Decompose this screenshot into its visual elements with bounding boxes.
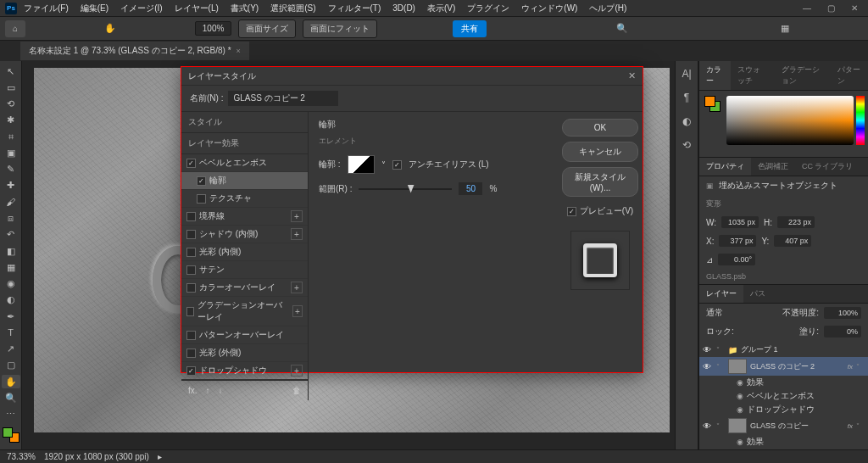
style-checkbox[interactable] [186, 248, 196, 257]
layer-item[interactable]: 👁˅GLASS のコピーfx˅ [699, 416, 868, 435]
y-value[interactable]: 407 px [774, 235, 811, 247]
history-brush-tool[interactable]: ↶ [2, 228, 20, 242]
dialog-titlebar[interactable]: レイヤースタイル ✕ [181, 67, 643, 86]
frame-tool[interactable]: ▣ [2, 146, 20, 159]
add-instance-icon[interactable]: + [292, 305, 303, 317]
eraser-tool[interactable]: ◧ [2, 244, 20, 258]
blend-mode[interactable]: 通常 [706, 307, 723, 319]
antialias-checkbox[interactable] [392, 160, 402, 170]
blur-tool[interactable]: ◉ [2, 276, 20, 290]
style-item-6[interactable]: サテン [181, 261, 308, 279]
swatches-tab[interactable]: スウォッチ [731, 61, 775, 90]
h-value[interactable]: 223 px [777, 216, 815, 228]
libraries-tab[interactable]: CC ライブラリ [795, 158, 860, 176]
wand-tool[interactable]: ✱ [2, 114, 20, 127]
window-close[interactable]: ✕ [846, 3, 863, 14]
style-item-3[interactable]: 境界線+ [181, 208, 308, 226]
search-icon[interactable]: 🔍 [613, 21, 632, 36]
hand-tool-icon[interactable]: ✋ [101, 21, 120, 36]
style-item-5[interactable]: 光彩 (内側) [181, 243, 308, 261]
style-checkbox[interactable] [186, 331, 196, 340]
tab-close-icon[interactable]: × [236, 47, 241, 55]
dodge-tool[interactable]: ◐ [2, 293, 20, 307]
color-tab[interactable]: カラー [699, 61, 731, 90]
adjustments-tab[interactable]: 色調補正 [751, 158, 795, 176]
color-panel[interactable] [699, 91, 868, 157]
style-item-7[interactable]: カラーオーバーレイ+ [181, 279, 308, 297]
style-item-4[interactable]: シャドウ (内側)+ [181, 226, 308, 243]
workspace-icon[interactable]: ▦ [776, 21, 794, 36]
add-instance-icon[interactable]: + [291, 228, 303, 240]
blending-options[interactable]: レイヤー効果 [181, 133, 308, 154]
style-checkbox[interactable] [186, 283, 196, 293]
edit-toolbar[interactable]: ⋯ [2, 408, 20, 421]
crop-tool[interactable]: ⌗ [2, 130, 20, 143]
style-item-1[interactable]: 輪郭 [181, 172, 308, 190]
style-item-8[interactable]: グラデーションオーバーレイ+ [181, 297, 308, 326]
color-field[interactable] [726, 96, 854, 145]
styles-header[interactable]: スタイル [181, 112, 308, 133]
w-value[interactable]: 1035 px [721, 216, 759, 228]
brush-tool[interactable]: 🖌 [2, 195, 20, 209]
gradient-tool[interactable]: ▦ [2, 260, 20, 274]
home-button[interactable]: ⌂ [5, 20, 25, 37]
name-input[interactable]: GLASS のコピー 2 [228, 91, 338, 106]
paragraph-panel-icon[interactable]: ¶ [679, 90, 694, 105]
style-item-0[interactable]: ベベルとエンボス [181, 154, 308, 172]
properties-tab[interactable]: プロパティ [699, 158, 751, 176]
fx-down-icon[interactable]: ↓ [219, 386, 223, 395]
menu-type[interactable]: 書式(Y) [225, 1, 264, 16]
menu-edit[interactable]: 編集(E) [75, 1, 114, 16]
add-instance-icon[interactable]: + [291, 365, 303, 377]
menu-image[interactable]: イメージ(I) [115, 1, 167, 16]
add-instance-icon[interactable]: + [291, 210, 303, 222]
move-tool[interactable]: ↖ [2, 64, 20, 78]
menu-file[interactable]: ファイル(F) [19, 1, 74, 16]
style-checkbox[interactable] [186, 265, 196, 275]
path-tool[interactable]: ↗ [2, 343, 20, 356]
menu-filter[interactable]: フィルター(T) [323, 1, 387, 16]
menu-plugin[interactable]: プラグイン [462, 1, 515, 16]
fx-badge[interactable]: fx [848, 363, 853, 371]
zoom-tool[interactable]: 🔍 [2, 391, 20, 404]
window-minimize[interactable]: — [798, 3, 815, 14]
range-slider[interactable] [359, 188, 452, 190]
contour-picker[interactable] [348, 155, 375, 174]
visibility-icon[interactable]: 👁 [703, 345, 713, 354]
layers-tab[interactable]: レイヤー [699, 285, 743, 303]
fx-badge[interactable]: fx [848, 422, 853, 430]
status-zoom[interactable]: 73.33% [7, 452, 36, 461]
layer-item[interactable]: 👁˅GLASS のコピー 2fx˅ [699, 357, 868, 376]
dialog-close-icon[interactable]: ✕ [628, 70, 636, 81]
style-checkbox[interactable] [186, 159, 196, 168]
zoom-level[interactable]: 100% [195, 21, 232, 36]
menu-view[interactable]: 表示(V) [422, 1, 460, 16]
style-checkbox[interactable] [197, 194, 206, 204]
trash-icon[interactable]: 🗑 [292, 386, 301, 395]
opacity-value[interactable]: 100% [824, 307, 861, 319]
gradients-tab[interactable]: グラデーション [775, 61, 831, 90]
marquee-tool[interactable]: ▭ [2, 81, 20, 94]
style-checkbox[interactable] [186, 230, 196, 239]
style-checkbox[interactable] [186, 366, 196, 376]
visibility-icon[interactable]: 👁 [703, 362, 713, 371]
menu-select[interactable]: 選択範囲(S) [265, 1, 320, 16]
stamp-tool[interactable]: ⧇ [2, 211, 20, 225]
fx-dropshadow[interactable]: ◉ ドロップシャドウ [699, 403, 868, 416]
style-item-9[interactable]: パターンオーバーレイ [181, 326, 308, 344]
style-checkbox[interactable] [186, 349, 196, 358]
style-checkbox[interactable] [186, 212, 196, 221]
history-panel-icon[interactable]: ⟲ [679, 137, 694, 153]
angle-value[interactable]: 0.00° [718, 254, 755, 265]
menu-3d[interactable]: 3D(D) [387, 2, 420, 14]
fx-menu-icon[interactable]: fx. [188, 386, 198, 395]
layer-group[interactable]: 👁˅📁 グループ 1 [699, 343, 868, 357]
style-checkbox[interactable] [197, 176, 206, 186]
style-checkbox[interactable] [186, 307, 194, 316]
fx-up-icon[interactable]: ↑ [206, 386, 210, 395]
menu-help[interactable]: ヘルプ(H) [584, 1, 632, 16]
type-tool[interactable]: T [2, 326, 20, 339]
x-value[interactable]: 377 px [719, 235, 756, 247]
new-style-button[interactable]: 新規スタイル(W)... [562, 167, 638, 197]
fx-bevel[interactable]: ◉ ベベルとエンボス [699, 389, 868, 403]
